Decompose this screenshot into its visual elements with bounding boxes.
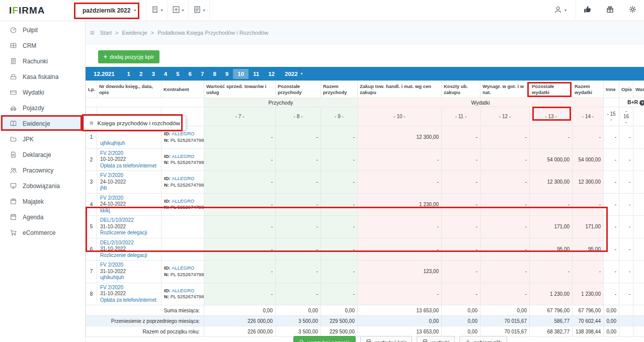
table-row[interactable]: 6DEL/2/10/202231-10-2022Rozliczenie dele… [86,238,644,261]
month-tab-12[interactable]: 12 [264,69,279,79]
summary-label: Suma miesiąca: [86,305,204,316]
sidebar-item-wydatki[interactable]: Wydatki [0,84,85,100]
month-tab-8[interactable]: 8 [208,69,220,79]
summary-value: 0,00 [480,305,530,316]
settings-button[interactable] [621,5,644,16]
breadcrumb-start[interactable]: Start [100,30,112,36]
add-document-button[interactable]: ▾ [167,0,188,21]
kontrahent-link[interactable]: ALLEGRO [172,288,194,293]
summary-value: 0,00 [321,305,358,316]
month-tab-10[interactable]: 10 [233,69,249,79]
sidebar-item-maj-tek[interactable]: Majątek [0,194,85,209]
sidebar-item-agenda[interactable]: Agenda [0,209,85,225]
document-number-link[interactable]: FV 2/2020 [100,195,158,202]
kontrahent-link[interactable]: ALLEGRO [172,198,194,204]
breadcrumb-ewidencje[interactable]: Ewidencje [122,30,147,36]
month-tab-4[interactable]: 4 [159,69,172,79]
value-cell: - [321,193,358,216]
month-tab-5[interactable]: 5 [172,69,184,79]
value-cell: 123,00 [358,261,442,283]
sidebar-item-pracownicy[interactable]: Pracownicy [0,162,85,178]
sidebar-item-pulpit[interactable]: Pulpit [0,22,85,38]
table-row[interactable]: 8FV 2/202031-10-2022Opłata za telefon/in… [86,283,644,305]
document-description-link[interactable]: Rozliczenie delegacji [100,230,158,236]
sidebar-item-label: eCommerce [23,229,55,236]
menu-icon[interactable]: ≡ [90,28,95,37]
kontrahent-link[interactable]: ALLEGRO [172,176,194,181]
summary-value: 68 382,77 [530,326,573,337]
kontrahent-cell: ID: ALLEGRON: PL 5252674798 [162,171,204,194]
month-tab-9[interactable]: 9 [221,69,233,79]
feedback-button[interactable] [576,5,599,16]
month-tab-3[interactable]: 3 [147,69,159,79]
rewards-button[interactable] [599,5,621,16]
document-description-link[interactable]: jhb [100,185,158,192]
document-description-link[interactable]: Rozliczenie delegacji [100,252,158,259]
document-number-link[interactable]: DEL/1/10/2022 [100,217,158,224]
month-tab-7[interactable]: 7 [196,69,208,79]
summary-value: 0,00 [358,316,442,326]
summary-value: 0,00 [442,305,480,316]
document-description-link[interactable]: ujhikuhijuh [100,275,158,281]
sidebar-item-ewidencje[interactable]: Ewidencje [0,116,85,131]
sidebar-item-ecommerce[interactable]: eCommerce [0,225,85,240]
value-cell: - [358,238,442,261]
month-tab-2[interactable]: 2 [135,69,147,79]
ifirma-logo[interactable]: IFIRMA [0,5,74,16]
kontrahent-link[interactable]: ALLEGRO [172,153,194,159]
document-number-link[interactable]: FV 2/2020 [100,285,158,291]
sidebar-item-pojazdy[interactable]: Pojazdy [0,100,85,116]
month-tab-12-2021[interactable]: 12.2021 [89,69,119,79]
notes-button[interactable]: ▾ [188,0,210,21]
table-row[interactable]: 7FV 2/202031-10-2022ujhikuhijuhID: ALLEG… [86,261,644,283]
kontrahent-link[interactable]: ALLEGRO [172,131,194,136]
value-cell [633,216,644,238]
table-row[interactable]: 3FV 2/202024-10-2022jhbID: ALLEGRON: PL … [86,171,644,194]
pobierz-plik-button[interactable]: pobierz plik [459,336,507,342]
sidebar-item-label: JPK [23,136,34,143]
summary-value: 0,00 [442,326,480,337]
document-description-link[interactable]: kkikj [100,208,158,214]
wydrukuj-kpir-button[interactable]: wydrukuj kpir [360,336,412,342]
sidebar-item-jpk[interactable]: JPK [0,131,85,147]
add-document-icon [172,6,180,16]
document-description-link[interactable]: Opłata za telefon/internet [100,297,158,304]
wyszukaj-pozycj-button[interactable]: wyszukaj pozycję [293,336,356,342]
kontrahent-link[interactable]: ALLEGRO [172,265,194,271]
document-number-link[interactable]: FV 2/2020 [100,150,158,157]
month-tab-1[interactable]: 1 [123,69,135,79]
column-header: Koszty ub. zakupu [442,81,480,98]
sidebar-item-deklaracje[interactable]: Deklaracje [0,147,85,162]
sidebar-item-kasa-fiskalna[interactable]: Kasa fiskalna [0,69,85,84]
add-kpir-entry-button[interactable]: + dodaj pozycję kpir [98,50,159,63]
table-row[interactable]: 4FV 2/202024-10-2022kkikjID: ALLEGRON: P… [86,193,644,216]
dashboard-icon [10,26,17,34]
receipt-button[interactable]: ▾ [146,0,167,21]
document-description-link[interactable]: ujhikujhijuh [100,140,158,147]
user-menu[interactable]: ▾ [545,6,576,16]
month-tab-11[interactable]: 11 [249,69,264,79]
month-selector-dropdown[interactable]: październik 2022 ▾ [74,3,144,19]
table-row[interactable]: 5DEL/1/10/202231-10-2022Rozliczenie dele… [86,216,644,238]
summary-label: Razem od początku roku: [86,326,204,337]
value-cell: - [204,148,276,171]
document-number-link[interactable]: FV 2/2020 [100,173,158,179]
document-number-link[interactable]: FV 2/2020 [100,262,158,269]
document-cell: FV 2/202031-10-2022Opłata za telefon/int… [97,283,162,305]
month-tab-6[interactable]: 6 [184,69,196,79]
document-cell: FV 2/202024-10-2022jhb [97,171,162,194]
document-number-link[interactable]: DEL/2/10/2022 [100,240,158,246]
help-icon[interactable]: ? [639,100,644,106]
table-row[interactable]: 2FV 2/202010-10-2022Opłata za telefon/in… [86,148,644,171]
submenu-ksiega-przychodow[interactable]: ≡ Księga przychodów i rozchodów [84,116,186,130]
wydruki-button[interactable]: wydruki [417,336,455,342]
sidebar-item-zobowi-zania[interactable]: Zobowiązania [0,178,85,194]
sidebar-item-label: Pojazdy [23,105,44,112]
sidebar-item-crm[interactable]: CRM [0,38,85,53]
notes-icon [193,6,201,16]
value-cell: - [276,171,321,194]
year-dropdown[interactable]: 2022 ▾ [279,69,308,79]
document-date: 31-10-2022 [100,224,158,230]
sidebar-item-rachunki[interactable]: Rachunki [0,53,85,69]
document-description-link[interactable]: Opłata za telefon/internet [100,163,158,169]
